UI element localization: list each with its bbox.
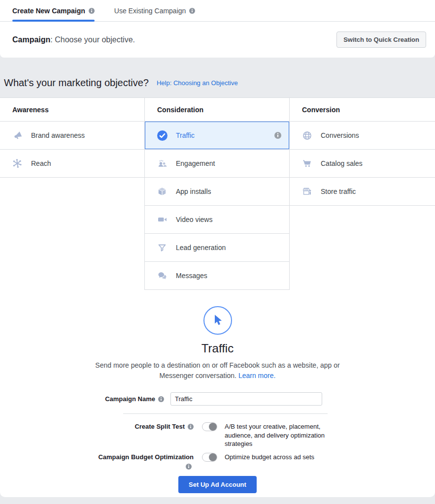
campaign-name-input[interactable]	[170, 392, 322, 406]
column-header-awareness: Awareness	[0, 98, 144, 122]
objective-label: Reach	[31, 159, 51, 167]
objective-label: Lead generation	[176, 244, 226, 252]
megaphone-icon	[12, 130, 23, 140]
split-test-label-text: Create Split Test	[134, 422, 185, 431]
form-divider	[123, 413, 328, 414]
objective-catalog-sales[interactable]: Catalog sales	[290, 150, 435, 178]
main-card: Awareness Brand awareness Reach Consider…	[0, 97, 435, 497]
objective-brand-awareness[interactable]: Brand awareness	[0, 122, 144, 150]
traffic-cursor-icon	[203, 306, 232, 335]
detail-description-text: Send more people to a destination on or …	[95, 361, 339, 379]
objective-engagement[interactable]: Engagement	[144, 150, 290, 178]
ads-manager-campaign-page: Create New Campaign Use Existing Campaig…	[0, 0, 435, 504]
info-icon[interactable]	[186, 464, 192, 470]
campaign-step-desc: : Choose your objective.	[50, 35, 135, 44]
selected-objective-detail: Traffic Send more people to a destinatio…	[0, 306, 435, 381]
tab-create-new-label: Create New Campaign	[12, 7, 85, 15]
campaign-name-label-text: Campaign Name	[105, 395, 155, 403]
split-test-description: A/B test your creative, placement, audie…	[225, 422, 341, 448]
objective-lead-generation[interactable]: Lead generation	[144, 234, 290, 262]
budget-optimization-description: Optimize budget across ad sets	[225, 453, 341, 462]
globe-icon	[302, 130, 313, 140]
cube-icon	[157, 187, 168, 196]
learn-more-link[interactable]: Learn more.	[238, 372, 275, 379]
info-icon[interactable]	[188, 424, 194, 430]
campaign-step-title: Campaign: Choose your objective.	[12, 35, 135, 44]
info-icon[interactable]	[189, 8, 195, 14]
active-tab-underline	[12, 20, 95, 22]
cart-icon	[302, 158, 313, 168]
objective-label: Traffic	[176, 131, 195, 139]
objective-question-band: What's your marketing objective? Help: C…	[0, 58, 435, 97]
tab-create-new-campaign[interactable]: Create New Campaign	[12, 0, 95, 21]
objective-conversions[interactable]: Conversions	[290, 122, 435, 150]
objective-reach[interactable]: Reach	[0, 150, 144, 178]
toggle-knob	[209, 423, 217, 431]
info-icon[interactable]	[274, 132, 281, 139]
column-conversion: Conversion Conversions Catalog sales	[290, 98, 435, 290]
objective-label: Engagement	[176, 159, 215, 167]
objective-label: Conversions	[321, 131, 359, 139]
info-icon[interactable]	[89, 8, 95, 14]
objective-label: Video views	[176, 216, 212, 223]
column-consideration: Consideration Traffic Engagement	[144, 98, 290, 290]
chat-bubbles-icon	[157, 271, 168, 281]
budget-optimization-label: Campaign Budget Optimization	[0, 453, 194, 470]
objective-messages[interactable]: Messages	[144, 262, 290, 290]
campaign-header-row: Campaign: Choose your objective. Switch …	[0, 22, 435, 58]
campaign-name-label: Campaign Name	[0, 395, 164, 403]
objective-video-views[interactable]: Video views	[144, 206, 290, 234]
people-icon	[157, 158, 168, 168]
objective-label: Catalog sales	[321, 159, 363, 167]
storefront-icon	[302, 187, 313, 196]
campaign-name-row: Campaign Name	[0, 392, 435, 406]
submit-area: Set Up Ad Account	[0, 476, 435, 493]
budget-optimization-toggle[interactable]	[202, 453, 217, 462]
top-card: Create New Campaign Use Existing Campaig…	[0, 0, 435, 58]
objective-label: Brand awareness	[31, 131, 85, 139]
objective-label: Messages	[176, 272, 207, 280]
column-header-conversion: Conversion	[290, 98, 435, 122]
video-camera-icon	[157, 215, 168, 224]
set-up-ad-account-button[interactable]: Set Up Ad Account	[178, 476, 257, 493]
budget-optimization-row: Campaign Budget Optimization Optimize bu…	[0, 453, 435, 470]
tab-use-existing-label: Use Existing Campaign	[114, 7, 186, 15]
campaign-step-label: Campaign	[12, 35, 50, 44]
tab-use-existing-campaign[interactable]: Use Existing Campaign	[114, 0, 196, 21]
objective-app-installs[interactable]: App installs	[144, 178, 290, 206]
check-circle-icon	[157, 130, 168, 140]
campaign-tabbar: Create New Campaign Use Existing Campaig…	[0, 0, 435, 22]
toggle-knob	[209, 453, 217, 461]
split-test-row: Create Split Test A/B test your creative…	[0, 422, 435, 448]
detail-title: Traffic	[0, 342, 435, 355]
objective-label: App installs	[176, 188, 211, 195]
reach-icon	[12, 158, 23, 168]
funnel-icon	[157, 243, 168, 252]
switch-quick-creation-button[interactable]: Switch to Quick Creation	[336, 32, 426, 48]
campaign-form: Campaign Name Create Split Test A/B test…	[0, 392, 435, 493]
split-test-toggle[interactable]	[202, 422, 217, 431]
info-icon[interactable]	[158, 396, 164, 402]
objective-label: Store traffic	[321, 188, 356, 195]
detail-description: Send more people to a destination on or …	[93, 360, 342, 381]
help-choosing-objective-link[interactable]: Help: Choosing an Objective	[157, 79, 238, 87]
marketing-objective-question: What's your marketing objective?	[4, 77, 149, 89]
objective-traffic[interactable]: Traffic	[144, 122, 290, 150]
split-test-label: Create Split Test	[0, 422, 194, 431]
column-awareness: Awareness Brand awareness Reach	[0, 98, 144, 290]
budget-optimization-label-text: Campaign Budget Optimization	[98, 453, 194, 461]
objective-grid: Awareness Brand awareness Reach Consider…	[0, 98, 435, 290]
column-header-consideration: Consideration	[144, 98, 290, 122]
objective-store-traffic[interactable]: Store traffic	[290, 178, 435, 206]
